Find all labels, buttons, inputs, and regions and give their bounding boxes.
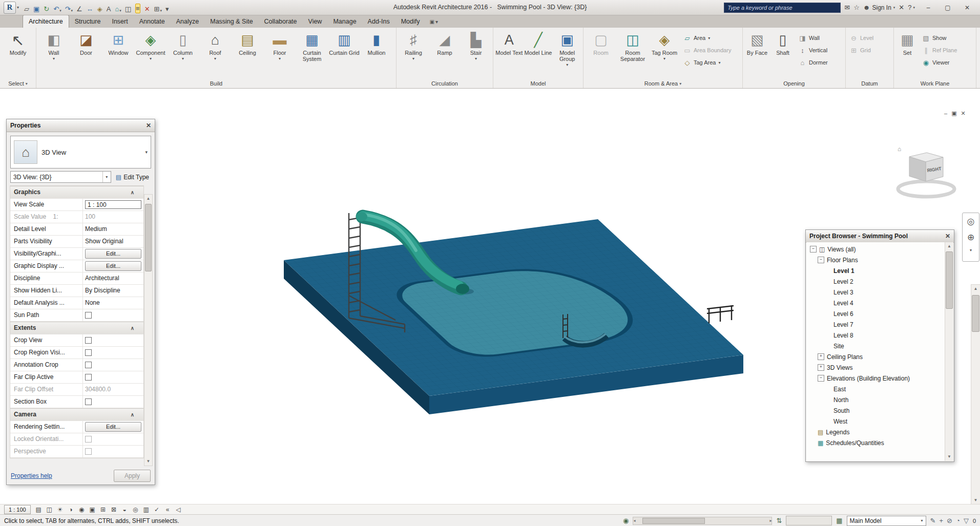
checkbox[interactable] [85, 312, 92, 319]
canvas-vertical-scrollbar[interactable]: ▲ ▼ [971, 284, 980, 505]
tree-item-site[interactable]: Site [806, 341, 945, 351]
set-work-plane-button[interactable]: ▦ Set [895, 29, 919, 79]
scroll-up-icon[interactable]: ▲ [947, 242, 951, 250]
steering-wheel-icon[interactable]: ◎ [967, 216, 975, 227]
column-button[interactable]: ▯ Column ▾ [167, 29, 199, 79]
property-row-detail-level[interactable]: Detail Level Medium Medium [10, 223, 143, 236]
checkbox[interactable] [85, 374, 92, 381]
scrollbar-thumb[interactable] [145, 204, 152, 271]
worksets-icon[interactable]: ⇅ [776, 517, 782, 524]
tree-expander[interactable]: − [810, 246, 817, 253]
roof-button[interactable]: ⌂ Roof ▾ [199, 29, 231, 79]
tag-by-category-icon[interactable]: ◈ [96, 1, 105, 14]
show-plane-button[interactable]: ▧ Show [920, 33, 960, 43]
undo-icon[interactable]: ↶ ▾ [52, 1, 62, 14]
property-row-locked-orientation[interactable]: Locked Orientati... [10, 433, 143, 446]
search-input[interactable] [726, 4, 838, 11]
aligned-dimension-icon[interactable]: ↔ [85, 1, 95, 14]
filter-icon[interactable]: ▽ [964, 517, 969, 524]
grid-button[interactable]: ⊞ Grid [847, 46, 876, 55]
detail-level-icon[interactable]: ▤ [34, 506, 44, 514]
sign-in-button[interactable]: ☻ Sign In ▾ [863, 4, 895, 11]
scroll-down-icon[interactable]: ▼ [974, 496, 978, 504]
properties-scrollbar[interactable]: ▲ ▼ [144, 194, 153, 466]
mullion-button[interactable]: ▮ Mullion [361, 29, 392, 79]
constraints-icon[interactable]: ✓ [152, 506, 162, 514]
scroll-up-icon[interactable]: ▲ [974, 285, 978, 293]
component-button[interactable]: ◈ Component ▾ [135, 29, 166, 79]
exclusions-icon[interactable]: ⊘ [947, 517, 952, 524]
customize-qat-icon[interactable]: ▾ [164, 1, 171, 14]
tree-item-elevations[interactable]: − Elevations (Building Elevation) [806, 373, 945, 384]
tree-item-east[interactable]: East [806, 384, 945, 394]
workset-dropdown[interactable] [786, 516, 832, 525]
close-icon[interactable]: ✕ [945, 233, 950, 240]
property-row-discipline[interactable]: Discipline Architectural Architectural [10, 272, 143, 285]
properties-help-link[interactable]: Properties help [11, 472, 52, 479]
canvas-horizontal-scrollbar[interactable]: ◂ ▸ [633, 517, 772, 525]
edit-button[interactable]: Edit... [85, 261, 141, 271]
property-row-far-clip-active[interactable]: Far Clip Active [10, 371, 143, 384]
view-close-button[interactable]: ✕ [961, 110, 966, 117]
property-row-scale-value[interactable]: Scale Value 1: 100 100 [10, 211, 143, 223]
checkbox[interactable] [85, 436, 92, 443]
switch-windows-icon[interactable]: ⊞ ▾ [153, 1, 163, 14]
model-text-button[interactable]: A Model Text [495, 29, 524, 79]
help-button[interactable]: ? ▾ [908, 4, 915, 11]
window-button[interactable]: ⊞ Window [102, 29, 134, 79]
tag-area-button[interactable]: ◇ Tag Area ▾ [681, 58, 736, 67]
view-minimize-button[interactable]: – [944, 110, 947, 117]
maximize-button[interactable]: ▢ [938, 1, 957, 14]
ramp-button[interactable]: ◢ Ramp [429, 29, 460, 79]
view-selector-combo[interactable]: 3D View: {3D} ▾ [10, 171, 111, 183]
property-row-crop-view[interactable]: Crop View [10, 334, 143, 347]
checkbox[interactable] [85, 362, 92, 368]
section-graphics[interactable]: Graphics [10, 186, 143, 199]
sync-icon[interactable]: ↻ [42, 1, 51, 14]
tab-analyze[interactable]: Analyze [171, 15, 204, 28]
modify-button[interactable]: ↖ Modify [2, 29, 34, 79]
deck-railing[interactable] [707, 305, 734, 323]
viewer-button[interactable]: ◉ Viewer [920, 58, 960, 67]
checkbox[interactable] [85, 349, 92, 356]
collaborate-icon[interactable]: ◉ [623, 517, 629, 524]
shaft-button[interactable]: ▯ Shaft [770, 29, 796, 79]
tab-add-ins[interactable]: Add-Ins [362, 15, 395, 28]
tree-item-floor-plans[interactable]: − Floor Plans [806, 255, 945, 265]
checkbox[interactable] [85, 337, 92, 344]
wall-button[interactable]: ◧ Wall ▾ [38, 29, 70, 79]
wall-opening-button[interactable]: ◨ Wall [796, 33, 830, 43]
by-face-button[interactable]: ▧ By Face [744, 29, 770, 79]
property-row-graphic-display[interactable]: Graphic Display ... Edit... Edit... [10, 260, 143, 272]
property-row-rendering-settings[interactable]: Rendering Settin... Edit... Edit... [10, 421, 143, 433]
tag-room-button[interactable]: ◈ Tag Room ▾ [649, 29, 680, 79]
tree-item-schedules[interactable]: ▦ Schedules/Quantities [806, 437, 945, 448]
property-row-far-clip-offset[interactable]: Far Clip Offset 304800.0 304800.0 [10, 384, 143, 396]
level-button[interactable]: ⊖ Level [847, 33, 876, 43]
checkbox[interactable] [85, 448, 92, 455]
floor-button[interactable]: ▬ Floor ▾ [264, 29, 296, 79]
design-options-icon[interactable]: ▦ [836, 517, 842, 524]
tree-expander[interactable]: + [818, 353, 824, 360]
property-row-view-scale[interactable]: View Scale 1 : 100 1 : 100 [10, 199, 143, 211]
ref-plane-button[interactable]: ∥ Ref Plane [920, 46, 960, 55]
pool-platform[interactable] [284, 219, 743, 414]
dormer-button[interactable]: ⌂ Dormer [796, 58, 830, 67]
communication-center-icon[interactable]: ✉ [844, 4, 850, 11]
tree-item-level-4[interactable]: Level 4 [806, 298, 945, 308]
tree-expander[interactable]: + [818, 364, 824, 371]
tree-item-level-2[interactable]: Level 2 [806, 276, 945, 287]
tree-expander[interactable]: − [818, 375, 824, 382]
scroll-down-icon[interactable]: ▼ [947, 453, 951, 461]
view-restore-button[interactable]: ▣ [951, 110, 956, 117]
property-row-visibility-graphics[interactable]: Visibility/Graphi... Edit... Edit... [10, 248, 143, 260]
collapse-chevron-icon[interactable] [131, 409, 134, 420]
tab-structure[interactable]: Structure [69, 15, 107, 28]
tree-item-legends[interactable]: ▤ Legends [806, 427, 945, 437]
section-icon[interactable]: ◫ [123, 1, 133, 14]
tab-massing-site[interactable]: Massing & Site [204, 15, 258, 28]
temporary-hide-isolate-icon[interactable]: ◒ [120, 506, 130, 514]
redo-icon[interactable]: ↷ ▾ [64, 1, 74, 14]
door-button[interactable]: ◪ Door [70, 29, 102, 79]
tab-insert[interactable]: Insert [106, 15, 133, 28]
